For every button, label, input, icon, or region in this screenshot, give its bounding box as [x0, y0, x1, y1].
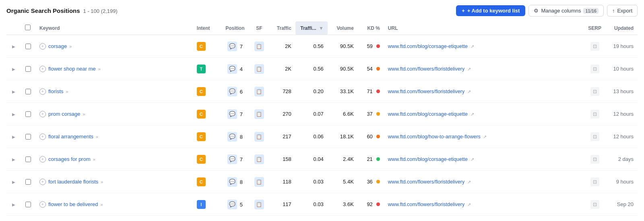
row-checkbox-cell[interactable] — [21, 58, 35, 80]
expand-icon[interactable]: ▶ — [10, 66, 17, 72]
serp-icon[interactable]: ⊡ — [590, 65, 599, 73]
row-expand[interactable]: ▶ — [6, 125, 21, 148]
row-expand[interactable]: ▶ — [6, 171, 21, 193]
serp-icon[interactable]: ⊡ — [590, 155, 599, 164]
th-traffic-pct[interactable]: Traffi... ▼ — [295, 21, 328, 35]
add-keyword-icon[interactable]: + — [39, 66, 46, 72]
traffic-pct-cell: 0.56 — [295, 35, 328, 58]
th-keyword[interactable]: Keyword — [35, 21, 193, 35]
serp-cell[interactable]: ⊡ — [584, 193, 605, 216]
url-link[interactable]: www.ftd.com/blog/corsage-etiquette — [388, 156, 468, 162]
url-link[interactable]: www.ftd.com/blog/corsage-etiquette — [388, 44, 468, 49]
serp-icon[interactable]: ⊡ — [590, 42, 599, 51]
add-keyword-icon[interactable]: + — [39, 179, 46, 185]
th-volume[interactable]: Volume — [328, 21, 358, 35]
add-keyword-icon[interactable]: + — [39, 43, 46, 50]
th-position[interactable]: Position — [221, 21, 249, 35]
keyword-link[interactable]: fort lauderdale florists — [48, 179, 98, 185]
keyword-link[interactable]: corsage — [48, 43, 67, 49]
kd-cell: 37 — [358, 103, 384, 125]
row-checkbox[interactable] — [25, 66, 31, 72]
row-expand[interactable]: ▶ — [6, 35, 21, 58]
th-serp[interactable]: SERP — [584, 21, 605, 35]
url-link[interactable]: www.ftd.com/flowers/floristdelivery — [388, 202, 464, 207]
expand-icon[interactable]: ▶ — [10, 179, 17, 185]
serp-cell[interactable]: ⊡ — [584, 103, 605, 125]
url-link[interactable]: www.ftd.com/flowers/floristdelivery — [388, 89, 464, 94]
kd-indicator — [376, 180, 380, 183]
row-checkbox[interactable] — [25, 156, 31, 162]
add-keyword-icon[interactable]: + — [39, 201, 46, 208]
expand-icon[interactable]: ▶ — [10, 134, 17, 140]
serp-cell[interactable]: ⊡ — [584, 35, 605, 58]
row-checkbox-cell[interactable] — [21, 193, 35, 216]
serp-cell[interactable]: ⊡ — [584, 148, 605, 171]
add-keyword-icon[interactable]: + — [39, 156, 46, 163]
row-checkbox[interactable] — [25, 111, 31, 117]
row-checkbox[interactable] — [25, 44, 31, 49]
serp-cell[interactable]: ⊡ — [584, 171, 605, 193]
add-keyword-icon[interactable]: + — [39, 88, 46, 95]
external-link-icon: ↗ — [467, 179, 471, 185]
select-all-checkbox[interactable] — [25, 25, 31, 30]
row-checkbox[interactable] — [25, 202, 31, 207]
row-checkbox-cell[interactable] — [21, 35, 35, 58]
th-intent[interactable]: Intent — [193, 21, 221, 35]
row-checkbox-cell[interactable] — [21, 103, 35, 125]
row-expand[interactable]: ▶ — [6, 193, 21, 216]
serp-cell[interactable]: ⊡ — [584, 80, 605, 103]
gear-icon: ⚙ — [534, 8, 539, 14]
keyword-link[interactable]: flower shop near me — [48, 66, 96, 72]
th-traffic[interactable]: Traffic — [269, 21, 295, 35]
th-url[interactable]: URL — [384, 21, 584, 35]
expand-icon[interactable]: ▶ — [10, 156, 17, 163]
row-expand[interactable]: ▶ — [6, 103, 21, 125]
expand-icon[interactable]: ▶ — [10, 111, 17, 117]
add-keyword-icon[interactable]: + — [39, 111, 46, 117]
th-updated[interactable]: Updated — [605, 21, 638, 35]
volume-cell: 3.6K — [328, 193, 358, 216]
row-checkbox-cell[interactable] — [21, 148, 35, 171]
row-checkbox[interactable] — [25, 134, 31, 140]
url-link[interactable]: www.ftd.com/flowers/floristdelivery — [388, 179, 464, 185]
url-link[interactable]: www.ftd.com/blog/corsage-etiquette — [388, 111, 468, 117]
row-expand[interactable]: ▶ — [6, 80, 21, 103]
serp-icon[interactable]: ⊡ — [590, 132, 599, 141]
kd-value: 37 — [367, 111, 372, 117]
th-kd[interactable]: KD % — [358, 21, 384, 35]
add-keyword-icon[interactable]: + — [39, 133, 46, 140]
keyword-chevron-icon: » — [83, 112, 85, 117]
export-button[interactable]: ↑ Export — [607, 5, 638, 17]
row-checkbox[interactable] — [25, 179, 31, 185]
serp-icon[interactable]: ⊡ — [590, 200, 599, 209]
keyword-link[interactable]: florists — [48, 88, 64, 94]
expand-icon[interactable]: ▶ — [10, 89, 17, 95]
serp-icon[interactable]: ⊡ — [590, 177, 599, 186]
serp-icon[interactable]: ⊡ — [590, 110, 599, 119]
serp-cell[interactable]: ⊡ — [584, 125, 605, 148]
expand-icon[interactable]: ▶ — [10, 202, 17, 208]
keyword-link[interactable]: floral arrangements — [48, 133, 93, 140]
row-checkbox-cell[interactable] — [21, 80, 35, 103]
th-sf[interactable]: SF — [249, 21, 269, 35]
kd-cell: 59 — [358, 35, 384, 58]
manage-columns-button[interactable]: ⚙ Manage columns 11/16 — [528, 5, 604, 17]
row-checkbox[interactable] — [25, 89, 31, 94]
serp-icon[interactable]: ⊡ — [590, 87, 599, 96]
row-expand[interactable]: ▶ — [6, 58, 21, 80]
row-expand[interactable]: ▶ — [6, 148, 21, 171]
row-checkbox-cell[interactable] — [21, 125, 35, 148]
th-checkbox[interactable] — [21, 21, 35, 35]
add-to-keyword-list-button[interactable]: + + Add to keyword list — [456, 5, 525, 16]
row-checkbox-cell[interactable] — [21, 171, 35, 193]
url-link[interactable]: www.ftd.com/flowers/floristdelivery — [388, 66, 464, 72]
volume-cell: 18.1K — [328, 125, 358, 148]
intent-cell: C — [193, 125, 221, 148]
keyword-link[interactable]: corsages for prom — [48, 156, 91, 162]
url-link[interactable]: www.ftd.com/blog/how-to-arrange-flowers — [388, 134, 481, 140]
keyword-link[interactable]: prom corsage — [48, 111, 80, 117]
serp-cell[interactable]: ⊡ — [584, 58, 605, 80]
external-link-icon: ↗ — [471, 157, 474, 162]
keyword-link[interactable]: flower to be delivered — [48, 201, 98, 207]
expand-icon[interactable]: ▶ — [10, 44, 17, 50]
